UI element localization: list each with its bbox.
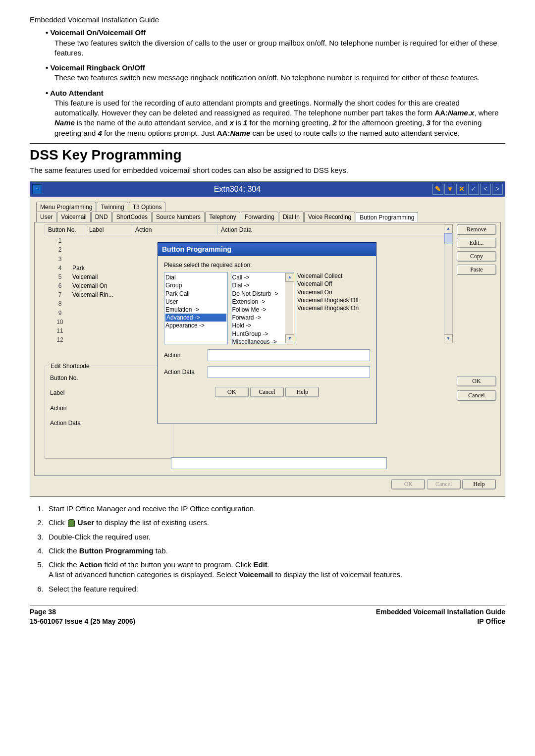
table-row[interactable]: 3 [45,255,154,264]
tab-dnd[interactable]: DND [91,212,112,222]
dialog-title: Button Programming [158,243,376,256]
edit-shortcode-legend: Edit Shortcode [49,362,91,370]
list-item[interactable]: HuntGroup -> [232,330,293,338]
tab-row-upper: Menu ProgrammingTwinningT3 Options [36,202,501,212]
list-item[interactable]: Voicemail Ringback Off [297,296,370,304]
table-scrollbar[interactable]: ▲ ▼ [444,224,453,343]
edit-field-action: Action [50,404,168,412]
list-item[interactable]: Extension -> [232,298,293,306]
side-ok-button[interactable]: OK [457,376,496,386]
scroll-down-icon[interactable]: ▼ [444,334,453,343]
step-item: Click the Button Programming tab. [46,546,505,556]
list-item[interactable]: Group [165,281,226,289]
list-item[interactable]: Park Call [165,290,226,298]
list-item[interactable]: User [165,298,226,306]
list-item[interactable]: Forward -> [232,314,293,322]
list-item[interactable]: Dial [165,273,226,281]
table-row[interactable]: 8 [45,299,154,308]
list-item[interactable]: Do Not Disturb -> [232,290,293,298]
titlebar-next-icon[interactable]: > [492,184,503,195]
dialog-action-input[interactable] [208,349,370,361]
list-item[interactable]: Voicemail Ringback On [297,304,370,312]
table-row[interactable]: 11 [45,326,154,335]
section-intro: The same features used for embedded voic… [30,165,505,175]
table-row[interactable]: 10 [45,318,154,326]
list-item[interactable]: Voicemail Collect [297,272,370,280]
list-item[interactable]: Miscellaneous -> [232,338,293,345]
step-item: Click User to display the list of existi… [46,518,505,528]
titlebar-dropdown-icon[interactable]: ▾ [444,184,455,195]
titlebar-close-icon[interactable]: ✕ [456,184,467,195]
bullet-title: Voicemail Ringback On/Off [54,63,505,73]
table-row[interactable]: 5Voicemail [45,272,154,281]
dialog-action-data-input[interactable] [208,366,370,378]
dialog-cancel-button[interactable]: Cancel [250,387,284,397]
tab-row-lower: UserVoicemailDNDShortCodesSource Numbers… [36,212,501,222]
list-item[interactable]: Call -> [232,273,293,281]
tab-menu-programming[interactable]: Menu Programming [36,202,96,212]
list-item[interactable]: Follow Me -> [232,306,293,314]
table-row[interactable]: 2 [45,245,154,254]
action-category-list[interactable]: DialGroupPark CallUserEmulation ->Advanc… [164,272,228,344]
tab-button-programming[interactable]: Button Programming [356,212,418,222]
tab-dial-in[interactable]: Dial In [279,212,304,222]
list-item[interactable]: Voicemail Off [297,280,370,288]
edit-field-button-no-: Button No. [50,374,168,382]
titlebar-new-icon[interactable]: ✎ [432,184,443,195]
action-subcategory-list[interactable]: Call ->Dial ->Do Not Disturb ->Extension… [231,272,295,344]
tab-t3-options[interactable]: T3 Options [129,202,166,212]
scroll-up-icon[interactable]: ▲ [444,224,453,233]
action-feature-list[interactable]: Voicemail CollectVoicemail OffVoicemail … [297,272,370,344]
remove-button[interactable]: Remove [457,224,496,235]
list-item[interactable]: Emulation -> [165,306,226,314]
user-icon [68,519,75,527]
list-item[interactable]: Advanced -> [165,314,226,322]
table-row[interactable]: 7Voicemail Rin... [45,290,154,299]
panel-cancel-button: Cancel [427,479,461,489]
table-row[interactable]: 1 [45,236,154,245]
button-table-header: Button No. Label Action Action Data [45,224,451,235]
copy-button[interactable]: Copy [457,251,496,262]
app-icon: ≡ [32,184,42,194]
list-item[interactable]: Appearance -> [165,322,226,329]
window-title: Extn304: 304 [42,184,432,195]
panel-help-button[interactable]: Help [462,479,496,489]
scroll-down-icon[interactable]: ▼ [285,334,294,343]
tab-shortcodes[interactable]: ShortCodes [112,212,152,222]
panel-action-data-input[interactable] [171,457,387,469]
tab-voice-recording[interactable]: Voice Recording [304,212,355,222]
edit--button[interactable]: Edit... [457,238,496,248]
list-scrollbar[interactable]: ▲ ▼ [285,273,293,343]
scroll-thumb[interactable] [444,233,452,244]
paste-button[interactable]: Paste [457,265,496,275]
bullet-body: These two features switch the diversion … [54,38,505,58]
section-rule [30,143,505,144]
titlebar-prev-icon[interactable]: < [480,184,491,195]
scroll-up-icon[interactable]: ▲ [285,273,294,282]
titlebar-check-icon[interactable]: ✓ [468,184,479,195]
table-row[interactable]: 12 [45,335,154,344]
tab-source-numbers[interactable]: Source Numbers [152,212,205,222]
tab-user[interactable]: User [36,212,56,222]
panel-footer-buttons: OK Cancel Help [34,476,501,492]
footer-doc-id: 15-601067 Issue 4 (25 May 2006) [30,617,135,625]
step-item: Select the feature required: [46,584,505,594]
step-item: Start IP Office Manager and receive the … [46,504,505,514]
dialog-help-button[interactable]: Help [285,387,319,397]
tab-twinning[interactable]: Twinning [97,202,128,212]
button-table-rows[interactable]: 1234Park5Voicemail6Voicemail On7Voicemai… [45,236,154,344]
tab-forwarding[interactable]: Forwarding [241,212,278,222]
table-row[interactable]: 6Voicemail On [45,281,154,290]
table-row[interactable]: 4Park [45,264,154,272]
dialog-action-label: Action [164,351,204,359]
col-label: Label [86,225,132,235]
table-row[interactable]: 9 [45,309,154,318]
list-item[interactable]: Dial -> [232,281,293,289]
tab-telephony[interactable]: Telephony [205,212,240,222]
list-item[interactable]: Voicemail On [297,288,370,296]
list-item[interactable]: Hold -> [232,322,293,329]
side-cancel-button[interactable]: Cancel [457,390,496,401]
dialog-ok-button[interactable]: OK [215,387,249,397]
edit-shortcode-group: Edit Shortcode Button No.LabelActionActi… [45,366,173,459]
tab-voicemail[interactable]: Voicemail [57,212,90,222]
